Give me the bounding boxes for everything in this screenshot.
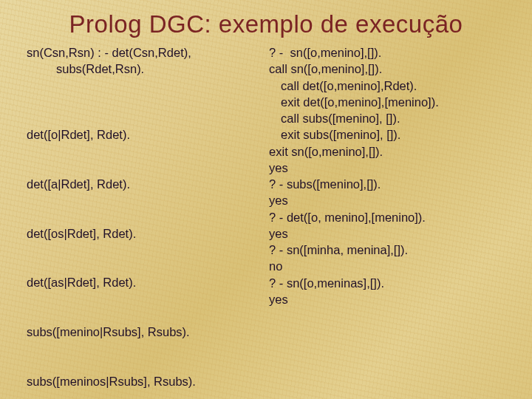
facts-block: det([o|Rdet], Rdet). det([a|Rdet], Rdet)… xyxy=(27,94,260,399)
trace-line: yes xyxy=(269,160,514,176)
trace-line: yes xyxy=(269,225,514,242)
rule-block: sn(Csn,Rsn) : - det(Csn,Rdet),subs(Rdet,… xyxy=(27,44,260,78)
right-column: ? - sn([o,menino],[]).call sn([o,menino]… xyxy=(269,44,514,399)
trace-block: ? - sn([o,menino],[]).call sn([o,menino]… xyxy=(269,44,514,307)
trace-line: call sn([o,menino],[]). xyxy=(269,61,514,77)
fact-line: det([a|Rdet], Rdet). xyxy=(27,176,260,192)
slide-title: Prolog DGC: exemplo de execução xyxy=(0,0,532,38)
trace-line: exit sn([o,menino],[]). xyxy=(269,143,514,160)
trace-line: yes xyxy=(269,291,514,307)
trace-line: ? - det([o, menino],[menino]). xyxy=(269,209,514,225)
content-columns: sn(Csn,Rsn) : - det(Csn,Rdet),subs(Rdet,… xyxy=(0,38,532,399)
fact-line: det([as|Rdet], Rdet). xyxy=(27,274,260,290)
fact-line: det([o|Rdet], Rdet). xyxy=(27,126,260,143)
fact-line: subs([menino|Rsubs], Rsubs). xyxy=(27,324,260,340)
left-column: sn(Csn,Rsn) : - det(Csn,Rdet),subs(Rdet,… xyxy=(27,44,260,399)
trace-line: ? - sn([minha, menina],[]). xyxy=(269,242,514,258)
trace-line: exit subs([menino], []). xyxy=(269,126,514,143)
rule-line: sn(Csn,Rsn) : - det(Csn,Rdet), xyxy=(27,44,260,61)
rule-line: subs(Rdet,Rsn). xyxy=(27,61,260,77)
fact-line: det([os|Rdet], Rdet). xyxy=(27,225,260,242)
trace-line: exit det([o,menino],[menino]). xyxy=(269,94,514,110)
trace-line: ? - subs([menino],[]). xyxy=(269,176,514,192)
trace-line: yes xyxy=(269,192,514,208)
trace-line: call det([o,menino],Rdet). xyxy=(269,78,514,94)
fact-line: subs([meninos|Rsubs], Rsubs). xyxy=(27,373,260,389)
trace-line: no xyxy=(269,258,514,274)
trace-line: ? - sn([o,menino],[]). xyxy=(269,44,514,61)
trace-line: ? - sn([o,meninas],[]). xyxy=(269,275,514,291)
trace-line: call subs([menino], []). xyxy=(269,110,514,126)
